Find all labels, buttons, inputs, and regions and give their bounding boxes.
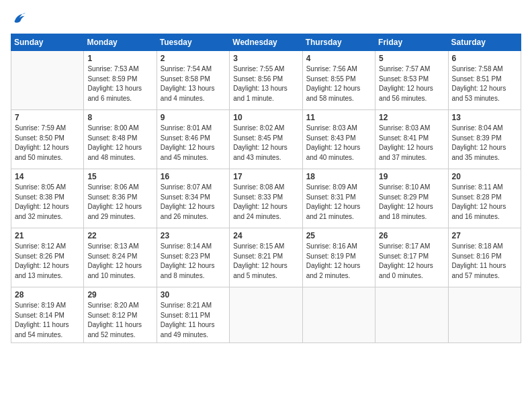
calendar-cell: 3Sunrise: 7:55 AMSunset: 8:56 PMDaylight… bbox=[230, 51, 302, 110]
weekday-header-monday: Monday bbox=[84, 34, 157, 51]
logo bbox=[11, 11, 28, 26]
day-number: 24 bbox=[233, 231, 298, 240]
weekday-header-friday: Friday bbox=[375, 34, 448, 51]
day-number: 15 bbox=[87, 172, 152, 181]
calendar-cell: 16Sunrise: 8:07 AMSunset: 8:34 PMDayligh… bbox=[157, 169, 229, 228]
day-number: 3 bbox=[233, 54, 298, 63]
calendar-cell bbox=[302, 287, 375, 343]
day-number: 19 bbox=[379, 172, 444, 181]
day-info: Sunrise: 8:13 AMSunset: 8:24 PMDaylight:… bbox=[87, 242, 152, 281]
day-number: 7 bbox=[15, 113, 80, 122]
day-info: Sunrise: 8:14 AMSunset: 8:23 PMDaylight:… bbox=[161, 242, 226, 281]
calendar-cell: 15Sunrise: 8:06 AMSunset: 8:36 PMDayligh… bbox=[84, 169, 157, 228]
calendar-week-row: 28Sunrise: 8:19 AMSunset: 8:14 PMDayligh… bbox=[11, 287, 521, 343]
day-info: Sunrise: 8:21 AMSunset: 8:11 PMDaylight:… bbox=[161, 301, 226, 340]
calendar-cell: 27Sunrise: 8:18 AMSunset: 8:16 PMDayligh… bbox=[448, 228, 521, 287]
day-number: 18 bbox=[306, 172, 371, 181]
calendar-week-row: 14Sunrise: 8:05 AMSunset: 8:38 PMDayligh… bbox=[11, 169, 521, 228]
day-info: Sunrise: 7:53 AMSunset: 8:59 PMDaylight:… bbox=[87, 64, 152, 103]
day-info: Sunrise: 8:06 AMSunset: 8:36 PMDaylight:… bbox=[87, 183, 152, 222]
calendar-cell: 5Sunrise: 7:57 AMSunset: 8:53 PMDaylight… bbox=[375, 51, 448, 110]
day-info: Sunrise: 8:00 AMSunset: 8:48 PMDaylight:… bbox=[87, 124, 152, 163]
day-number: 2 bbox=[161, 54, 226, 63]
day-info: Sunrise: 8:18 AMSunset: 8:16 PMDaylight:… bbox=[452, 242, 517, 281]
day-number: 17 bbox=[233, 172, 298, 181]
day-info: Sunrise: 8:01 AMSunset: 8:46 PMDaylight:… bbox=[161, 124, 226, 163]
calendar-cell: 12Sunrise: 8:03 AMSunset: 8:41 PMDayligh… bbox=[375, 110, 448, 169]
day-info: Sunrise: 8:12 AMSunset: 8:26 PMDaylight:… bbox=[15, 242, 80, 281]
day-info: Sunrise: 8:19 AMSunset: 8:14 PMDaylight:… bbox=[15, 301, 80, 340]
calendar-table: SundayMondayTuesdayWednesdayThursdayFrid… bbox=[11, 34, 521, 343]
day-number: 25 bbox=[306, 231, 371, 240]
calendar-week-row: 21Sunrise: 8:12 AMSunset: 8:26 PMDayligh… bbox=[11, 228, 521, 287]
day-info: Sunrise: 8:09 AMSunset: 8:31 PMDaylight:… bbox=[306, 183, 371, 222]
day-info: Sunrise: 8:07 AMSunset: 8:34 PMDaylight:… bbox=[161, 183, 226, 222]
calendar-cell: 29Sunrise: 8:20 AMSunset: 8:12 PMDayligh… bbox=[84, 287, 157, 343]
calendar-cell: 20Sunrise: 8:11 AMSunset: 8:28 PMDayligh… bbox=[448, 169, 521, 228]
calendar-cell: 14Sunrise: 8:05 AMSunset: 8:38 PMDayligh… bbox=[11, 169, 84, 228]
calendar-cell: 11Sunrise: 8:03 AMSunset: 8:43 PMDayligh… bbox=[302, 110, 375, 169]
day-info: Sunrise: 7:54 AMSunset: 8:58 PMDaylight:… bbox=[161, 64, 226, 103]
day-number: 21 bbox=[15, 231, 80, 240]
calendar-cell: 23Sunrise: 8:14 AMSunset: 8:23 PMDayligh… bbox=[157, 228, 229, 287]
day-number: 14 bbox=[15, 172, 80, 181]
day-info: Sunrise: 7:57 AMSunset: 8:53 PMDaylight:… bbox=[379, 64, 444, 103]
day-info: Sunrise: 8:20 AMSunset: 8:12 PMDaylight:… bbox=[87, 301, 152, 340]
day-number: 1 bbox=[87, 54, 152, 63]
day-info: Sunrise: 7:55 AMSunset: 8:56 PMDaylight:… bbox=[233, 64, 298, 103]
calendar-cell: 4Sunrise: 7:56 AMSunset: 8:55 PMDaylight… bbox=[302, 51, 375, 110]
calendar-cell bbox=[448, 287, 521, 343]
calendar-cell: 21Sunrise: 8:12 AMSunset: 8:26 PMDayligh… bbox=[11, 228, 84, 287]
day-number: 29 bbox=[87, 290, 152, 300]
calendar-cell bbox=[230, 287, 302, 343]
day-info: Sunrise: 8:02 AMSunset: 8:45 PMDaylight:… bbox=[233, 124, 298, 163]
day-number: 28 bbox=[15, 290, 80, 300]
calendar-cell: 25Sunrise: 8:16 AMSunset: 8:19 PMDayligh… bbox=[302, 228, 375, 287]
weekday-header-sunday: Sunday bbox=[11, 34, 84, 51]
day-number: 9 bbox=[161, 113, 226, 122]
calendar-cell: 1Sunrise: 7:53 AMSunset: 8:59 PMDaylight… bbox=[84, 51, 157, 110]
calendar-cell bbox=[375, 287, 448, 343]
calendar-cell: 26Sunrise: 8:17 AMSunset: 8:17 PMDayligh… bbox=[375, 228, 448, 287]
day-info: Sunrise: 8:03 AMSunset: 8:43 PMDaylight:… bbox=[306, 124, 371, 163]
weekday-header-wednesday: Wednesday bbox=[230, 34, 302, 51]
day-number: 30 bbox=[161, 290, 226, 300]
weekday-header-saturday: Saturday bbox=[448, 34, 521, 51]
day-number: 16 bbox=[161, 172, 226, 181]
day-number: 10 bbox=[233, 113, 298, 122]
day-info: Sunrise: 7:56 AMSunset: 8:55 PMDaylight:… bbox=[306, 64, 371, 103]
day-number: 6 bbox=[452, 54, 517, 63]
day-number: 23 bbox=[161, 231, 226, 240]
calendar-cell: 18Sunrise: 8:09 AMSunset: 8:31 PMDayligh… bbox=[302, 169, 375, 228]
calendar-week-row: 7Sunrise: 7:59 AMSunset: 8:50 PMDaylight… bbox=[11, 110, 521, 169]
calendar-cell bbox=[11, 51, 84, 110]
calendar-cell: 17Sunrise: 8:08 AMSunset: 8:33 PMDayligh… bbox=[230, 169, 302, 228]
calendar-week-row: 1Sunrise: 7:53 AMSunset: 8:59 PMDaylight… bbox=[11, 51, 521, 110]
calendar-cell: 10Sunrise: 8:02 AMSunset: 8:45 PMDayligh… bbox=[230, 110, 302, 169]
day-number: 20 bbox=[452, 172, 517, 181]
day-info: Sunrise: 8:03 AMSunset: 8:41 PMDaylight:… bbox=[379, 124, 444, 163]
day-info: Sunrise: 7:58 AMSunset: 8:51 PMDaylight:… bbox=[452, 64, 517, 103]
day-number: 11 bbox=[306, 113, 371, 122]
day-info: Sunrise: 8:17 AMSunset: 8:17 PMDaylight:… bbox=[379, 242, 444, 281]
day-info: Sunrise: 7:59 AMSunset: 8:50 PMDaylight:… bbox=[15, 124, 80, 163]
day-info: Sunrise: 8:16 AMSunset: 8:19 PMDaylight:… bbox=[306, 242, 371, 281]
day-info: Sunrise: 8:10 AMSunset: 8:29 PMDaylight:… bbox=[379, 183, 444, 222]
weekday-header-row: SundayMondayTuesdayWednesdayThursdayFrid… bbox=[11, 34, 521, 51]
calendar-cell: 30Sunrise: 8:21 AMSunset: 8:11 PMDayligh… bbox=[157, 287, 229, 343]
day-number: 22 bbox=[87, 231, 152, 240]
day-info: Sunrise: 8:05 AMSunset: 8:38 PMDaylight:… bbox=[15, 183, 80, 222]
calendar-cell: 6Sunrise: 7:58 AMSunset: 8:51 PMDaylight… bbox=[448, 51, 521, 110]
calendar-cell: 19Sunrise: 8:10 AMSunset: 8:29 PMDayligh… bbox=[375, 169, 448, 228]
calendar-cell: 22Sunrise: 8:13 AMSunset: 8:24 PMDayligh… bbox=[84, 228, 157, 287]
weekday-header-thursday: Thursday bbox=[302, 34, 375, 51]
day-number: 13 bbox=[452, 113, 517, 122]
day-info: Sunrise: 8:15 AMSunset: 8:21 PMDaylight:… bbox=[233, 242, 298, 281]
day-info: Sunrise: 8:08 AMSunset: 8:33 PMDaylight:… bbox=[233, 183, 298, 222]
logo-bird-icon bbox=[11, 11, 26, 26]
calendar-cell: 13Sunrise: 8:04 AMSunset: 8:39 PMDayligh… bbox=[448, 110, 521, 169]
page-header bbox=[11, 11, 521, 26]
day-number: 5 bbox=[379, 54, 444, 63]
calendar-cell: 9Sunrise: 8:01 AMSunset: 8:46 PMDaylight… bbox=[157, 110, 229, 169]
day-number: 4 bbox=[306, 54, 371, 63]
